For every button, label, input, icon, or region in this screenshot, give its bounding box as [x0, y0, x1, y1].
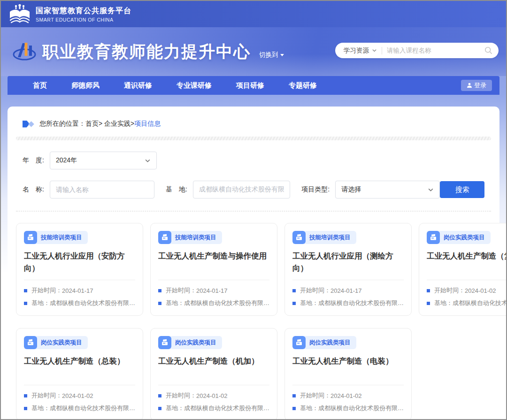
- bullet-square-icon: [158, 302, 161, 305]
- center-logo-icon: [12, 38, 37, 65]
- name-input[interactable]: [56, 186, 148, 193]
- page: 国家智慧教育公共服务平台 SMART EDUCATION OF CHINA 职业…: [0, 0, 507, 420]
- platform-brand: 国家智慧教育公共服务平台 SMART EDUCATION OF CHINA: [36, 6, 131, 23]
- main-panel: 您所在的位置： 首页> 企业实践> 项目信息 年 度: 2024年 名 称:: [8, 107, 499, 420]
- start-time-row: 开始时间：2024-01-02: [427, 286, 507, 295]
- project-type-badge-label: 技能培训类项目: [169, 231, 222, 244]
- base-value: 成都纵横自动化技术股份有限…: [50, 404, 135, 412]
- nav-item-zhuanyeke[interactable]: 专业课研修: [177, 81, 212, 90]
- base-label: 基地：: [166, 404, 184, 412]
- year-select[interactable]: 2024年: [50, 152, 157, 169]
- breadcrumb-current[interactable]: 项目信息: [134, 120, 161, 128]
- project-card[interactable]: 技能培训类项目 工业无人机行业应用（测绘方向） 开始时间：2024-01-17 …: [284, 223, 412, 316]
- bullet-square-icon: [24, 289, 27, 292]
- hatched-divider: [16, 137, 491, 140]
- base-label: 基 地:: [166, 185, 187, 194]
- nav-item-xiangmu[interactable]: 项目研修: [236, 81, 264, 90]
- project-card-title[interactable]: 工业无人机生产制造（电装）: [292, 355, 404, 385]
- project-card-title[interactable]: 工业无人机生产制造与操作使用: [158, 250, 269, 280]
- breadcrumb-marker-icon: [23, 121, 34, 128]
- base-value: 成都纵横自动化技术股份有限…: [453, 299, 507, 307]
- project-type-badge: 岗位实践类项目: [158, 336, 269, 349]
- start-time-value: 2024-01-02: [62, 392, 93, 399]
- name-label: 名 称:: [23, 185, 44, 194]
- project-card[interactable]: 技能培训类项目 工业无人机生产制造与操作使用 开始时间：2024-01-17 基…: [150, 223, 277, 316]
- project-type-label: 项目类型:: [301, 185, 330, 194]
- login-button[interactable]: 登录: [461, 80, 492, 91]
- card-divider: [24, 280, 135, 280]
- user-icon: [467, 83, 472, 88]
- project-card-title[interactable]: 工业无人机生产制造（复材）: [427, 250, 507, 280]
- project-type-badge: 岗位实践类项目: [427, 231, 507, 244]
- project-badge-icon: [158, 231, 171, 244]
- bullet-square-icon: [158, 407, 161, 410]
- base-row: 基地：成都纵横自动化技术股份有限…: [24, 299, 135, 307]
- project-card-title[interactable]: 工业无人机生产制造（总装）: [24, 355, 135, 385]
- filter-form: 年 度: 2024年 名 称: 基 地: 项目类型:: [16, 152, 491, 199]
- start-time-row: 开始时间：2024-01-17: [158, 286, 269, 295]
- bullet-square-icon: [24, 394, 27, 397]
- project-card-title[interactable]: 工业无人机行业应用（测绘方向）: [292, 250, 404, 280]
- base-row: 基地：成都纵横自动化技术股份有限…: [292, 404, 404, 412]
- project-card[interactable]: 岗位实践类项目 工业无人机生产制造（总装） 开始时间：2024-01-02 基地…: [16, 328, 143, 420]
- project-badge-icon: [292, 336, 306, 349]
- start-time-value: 2024-01-17: [196, 287, 228, 294]
- search-button[interactable]: 搜索: [440, 181, 484, 198]
- project-card[interactable]: 岗位实践类项目 工业无人机生产制造（电装） 开始时间：2024-01-02 基地…: [284, 328, 412, 420]
- login-label: 登录: [474, 81, 486, 90]
- start-time-row: 开始时间：2024-01-02: [24, 391, 135, 400]
- search-category-select[interactable]: 学习资源: [335, 46, 377, 55]
- nav-item-shide[interactable]: 师德师风: [71, 81, 100, 90]
- bullet-square-icon: [427, 302, 430, 305]
- nav-item-home[interactable]: 首页: [33, 81, 47, 90]
- page-title: 职业教育教师能力提升中心: [42, 41, 251, 63]
- card-divider: [158, 385, 269, 385]
- base-input[interactable]: [199, 186, 284, 193]
- nav-item-zhuanti[interactable]: 专题研修: [289, 81, 317, 90]
- base-row: 基地：成都纵横自动化技术股份有限…: [427, 299, 507, 307]
- base-label: 基地：: [31, 299, 50, 307]
- project-type-badge: 岗位实践类项目: [292, 336, 404, 349]
- base-row: 基地：成都纵横自动化技术股份有限…: [292, 299, 404, 307]
- project-card[interactable]: 技能培训类项目 工业无人机行业应用（安防方向） 开始时间：2024-01-17 …: [16, 223, 143, 316]
- start-time-label: 开始时间：: [31, 391, 62, 400]
- nav-item-tongshi[interactable]: 通识研修: [124, 81, 152, 90]
- project-badge-icon: [24, 336, 37, 349]
- project-type-select[interactable]: 请选择: [335, 181, 440, 199]
- base-label: 基地：: [300, 299, 318, 307]
- project-card-meta: 开始时间：2024-01-17 基地：成都纵横自动化技术股份有限…: [158, 286, 269, 307]
- chevron-down-icon: [280, 54, 284, 56]
- project-card-meta: 开始时间：2024-01-02 基地：成都纵横自动化技术股份有限…: [427, 286, 507, 307]
- chevron-down-icon: [372, 48, 377, 53]
- project-type-badge: 技能培训类项目: [158, 231, 269, 244]
- base-row: 基地：成都纵横自动化技术股份有限…: [158, 299, 269, 307]
- base-value: 成都纵横自动化技术股份有限…: [318, 299, 404, 307]
- start-time-label: 开始时间：: [300, 286, 330, 295]
- start-time-value: 2024-01-02: [330, 392, 362, 399]
- project-card-title[interactable]: 工业无人机生产制造（机加）: [158, 355, 269, 385]
- project-card-meta: 开始时间：2024-01-02 基地：成都纵横自动化技术股份有限…: [158, 391, 269, 412]
- project-type-badge-label: 技能培训类项目: [303, 231, 356, 244]
- nav-strip: 首页 师德师风 通识研修 专业课研修 项目研修 专题研修 登录: [1, 76, 506, 95]
- breadcrumb-path[interactable]: 首页> 企业实践>: [85, 120, 134, 128]
- base-label: 基地：: [434, 299, 453, 307]
- switch-to-dropdown[interactable]: 切换到: [259, 51, 284, 59]
- project-type-badge-label: 岗位实践类项目: [169, 336, 222, 349]
- year-label: 年 度:: [23, 156, 44, 165]
- search-icon[interactable]: [484, 46, 492, 54]
- start-time-row: 开始时间：2024-01-17: [24, 286, 135, 295]
- start-time-value: 2024-01-17: [62, 287, 93, 294]
- course-search-input[interactable]: [387, 47, 482, 54]
- base-value: 成都纵横自动化技术股份有限…: [184, 404, 269, 412]
- platform-name-en: SMART EDUCATION OF CHINA: [36, 17, 131, 23]
- project-card-meta: 开始时间：2024-01-17 基地：成都纵横自动化技术股份有限…: [24, 286, 135, 307]
- project-type-badge: 岗位实践类项目: [24, 336, 135, 349]
- project-card[interactable]: 岗位实践类项目 工业无人机生产制造（机加） 开始时间：2024-01-02 基地…: [150, 328, 277, 420]
- project-card-meta: 开始时间：2024-01-02 基地：成都纵横自动化技术股份有限…: [24, 391, 135, 412]
- project-card[interactable]: 岗位实践类项目 工业无人机生产制造（复材） 开始时间：2024-01-02 基地…: [419, 223, 507, 316]
- search-divider: [382, 47, 382, 54]
- name-input-box: [50, 181, 154, 199]
- start-time-value: 2024-01-02: [196, 392, 228, 399]
- project-card-title[interactable]: 工业无人机行业应用（安防方向）: [24, 250, 135, 280]
- bullet-square-icon: [292, 302, 296, 305]
